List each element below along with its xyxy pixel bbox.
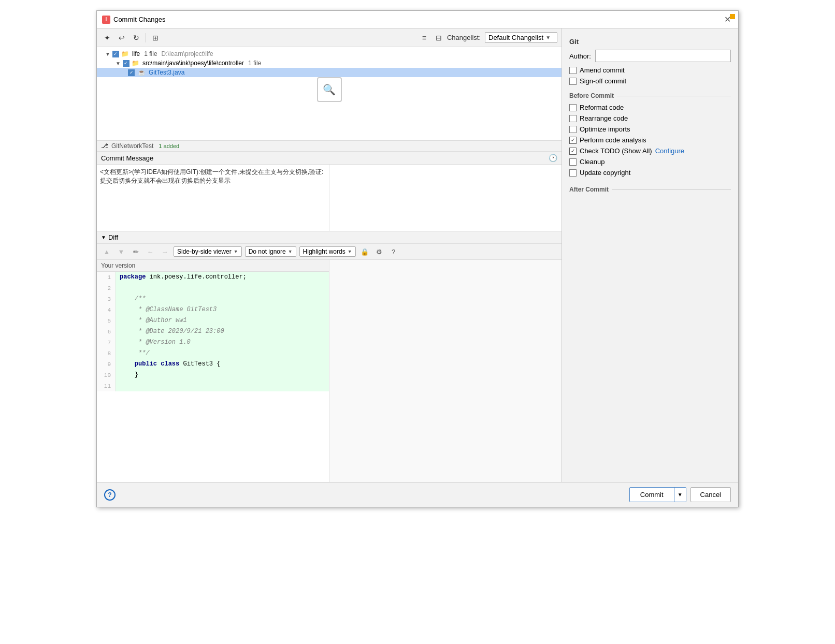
before-commit-section: Before Commit Reformat code Rearrange co…: [569, 92, 731, 180]
chevron-down-icon-2: ▼: [116, 61, 121, 66]
diff-next-btn[interactable]: →: [159, 246, 170, 257]
filter-btn[interactable]: ⊟: [433, 32, 445, 44]
reformat-code-row: Reformat code: [569, 104, 731, 111]
code-line-5: 5 * @Author ww1: [97, 315, 329, 326]
file-tree: ▼ ✓ 📁 life 1 file D:\learn\project\life …: [97, 47, 562, 140]
sign-off-row: Sign-off commit: [569, 77, 731, 85]
line-content-6: * @Date 2020/9/21 23:00: [116, 326, 329, 337]
toolbar-separator: [146, 33, 146, 42]
cleanup-row: Cleanup: [569, 158, 731, 166]
folder-checkbox[interactable]: ✓: [123, 60, 129, 67]
viewer-dropdown[interactable]: Side-by-side viewer ▼: [174, 246, 242, 257]
ignore-dropdown[interactable]: Do not ignore ▼: [245, 246, 296, 257]
sort-btn[interactable]: ≡: [418, 32, 430, 44]
app-icon: I: [102, 16, 110, 24]
author-input[interactable]: [595, 50, 731, 62]
commit-message-area: <文档更新>(学习IDEA如何使用GIT):创建一个文件,未提交在主支与分支切换…: [97, 164, 562, 231]
commit-message-right: [329, 165, 562, 231]
reformat-code-checkbox[interactable]: [569, 104, 577, 111]
after-commit-title: After Commit: [569, 186, 609, 193]
added-badge: 1 added: [159, 143, 179, 149]
cleanup-checkbox[interactable]: [569, 158, 577, 166]
line-num-7: 7: [97, 337, 116, 348]
perform-analysis-checkbox[interactable]: [569, 137, 577, 144]
line-num-3: 3: [97, 294, 116, 304]
code-line-10: 10 }: [97, 370, 329, 380]
prev-diff-btn[interactable]: ▲: [101, 246, 112, 257]
diff-your-version: Your version 1 package ink.poesy.life.co…: [97, 260, 329, 482]
line-num-5: 5: [97, 315, 116, 326]
changelist-dropdown[interactable]: Default Changelist ▼: [485, 32, 557, 43]
line-content-11: [116, 380, 329, 391]
line-content-5: * @Author ww1: [116, 315, 329, 326]
project-checkbox[interactable]: ✓: [112, 51, 119, 57]
file-checkbox[interactable]: ✓: [128, 69, 135, 76]
highlight-dropdown[interactable]: Highlight words ▼: [299, 246, 356, 257]
line-content-10: }: [116, 370, 329, 380]
update-copyright-row: Update copyright: [569, 169, 731, 177]
refresh-btn[interactable]: ✦: [101, 32, 113, 44]
diff-prev-btn[interactable]: ←: [145, 246, 156, 257]
commit-message-input[interactable]: <文档更新>(学习IDEA如何使用GIT):创建一个文件,未提交在主支与分支切换…: [100, 168, 326, 228]
ignore-chevron-icon: ▼: [288, 249, 293, 254]
line-num-4: 4: [97, 304, 116, 315]
configure-link[interactable]: Configure: [655, 147, 684, 155]
commit-message-header: Commit Message 🕐: [97, 152, 562, 164]
commit-changes-dialog: I Commit Changes ✕ ✦ ↩ ↻ ⊞ ≡ ⊟ Changelis…: [96, 10, 739, 507]
settings-diff-btn[interactable]: ⚙: [373, 246, 385, 257]
check-todo-label: Check TODO (Show All): [580, 147, 652, 155]
amend-commit-checkbox[interactable]: [569, 67, 577, 74]
project-name: life: [132, 50, 140, 57]
sign-off-checkbox[interactable]: [569, 78, 577, 85]
help-button[interactable]: ?: [104, 489, 116, 501]
sign-off-label: Sign-off commit: [580, 77, 626, 85]
commit-message-left: <文档更新>(学习IDEA如何使用GIT):创建一个文件,未提交在主支与分支切换…: [97, 165, 329, 231]
commit-button[interactable]: Commit: [630, 488, 674, 502]
tree-row-folder[interactable]: ▼ ✓ 📁 src\main\java\ink\poesy\life\contr…: [97, 58, 562, 68]
diff-label: Diff: [108, 233, 118, 241]
update-copyright-checkbox[interactable]: [569, 169, 577, 177]
lock-diff-btn[interactable]: 🔒: [359, 246, 370, 257]
diff-toolbar: ▲ ▼ ✏ ← → Side-by-side viewer ▼ Do not i…: [97, 244, 562, 260]
author-row: Author:: [569, 50, 731, 62]
update-copyright-label: Update copyright: [580, 169, 630, 177]
diff-header: ▼ Diff: [97, 231, 562, 244]
clock-icon: 🕐: [549, 154, 557, 162]
file-name: GitTest3.java: [149, 69, 184, 76]
diff-collapse-icon[interactable]: ▼: [101, 235, 106, 240]
group-btn[interactable]: ⊞: [149, 32, 162, 44]
line-num-10: 10: [97, 370, 116, 380]
line-content-8: **/: [116, 348, 329, 359]
redo-btn[interactable]: ↻: [130, 32, 142, 44]
tree-row-file[interactable]: ✓ ☕ GitTest3.java: [97, 68, 562, 77]
folder-name: src\main\java\ink\poesy\life\controller: [142, 60, 244, 67]
cleanup-label: Cleanup: [580, 158, 604, 166]
code-line-4: 4 * @ClassName GitTest3: [97, 304, 329, 315]
commit-dropdown-button[interactable]: ▼: [674, 488, 686, 502]
title-bar-left: I Commit Changes: [102, 16, 165, 24]
help-diff-btn[interactable]: ?: [388, 246, 399, 257]
tree-row-project[interactable]: ▼ ✓ 📁 life 1 file D:\learn\project\life: [97, 49, 562, 58]
code-line-3: 3 /**: [97, 294, 329, 304]
rearrange-code-row: Rearrange code: [569, 114, 731, 122]
next-diff-btn[interactable]: ▼: [116, 246, 127, 257]
diff-content: Your version 1 package ink.poesy.life.co…: [97, 260, 562, 482]
edit-diff-btn[interactable]: ✏: [130, 246, 141, 257]
commit-message-label: Commit Message: [101, 154, 153, 162]
right-panel: Git Author: Amend commit Sign-off commit…: [562, 28, 738, 482]
line-num-11: 11: [97, 380, 116, 391]
rearrange-code-checkbox[interactable]: [569, 115, 577, 122]
project-path: D:\learn\project\life: [162, 50, 213, 57]
check-todo-checkbox[interactable]: [569, 148, 577, 155]
optimize-imports-checkbox[interactable]: [569, 126, 577, 133]
author-label: Author:: [569, 52, 591, 60]
folder-icon-2: 📁: [132, 60, 139, 67]
perform-analysis-row: Perform code analysis: [569, 136, 731, 144]
cancel-button[interactable]: Cancel: [690, 487, 731, 502]
changelist-value: Default Changelist: [488, 34, 543, 41]
line-content-7: * @Version 1.0: [116, 337, 329, 348]
amend-commit-row: Amend commit: [569, 66, 731, 74]
code-line-1: 1 package ink.poesy.life.controller;: [97, 272, 329, 283]
line-content-3: /**: [116, 294, 329, 304]
undo-btn[interactable]: ↩: [116, 32, 128, 44]
